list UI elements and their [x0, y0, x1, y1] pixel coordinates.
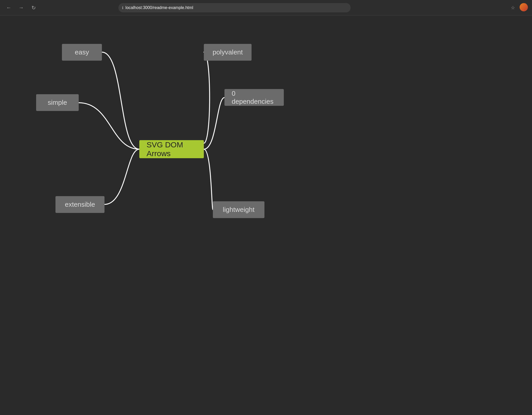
address-bar[interactable]: ℹ localhost:3000/readme-example.html — [118, 3, 351, 12]
security-icon: ℹ — [122, 6, 123, 10]
url-prefix: localhost: — [125, 5, 143, 10]
browser-actions: ☆ — [508, 3, 528, 12]
node-easy-label: easy — [75, 48, 89, 56]
node-extensible[interactable]: extensible — [55, 196, 104, 213]
url-path: 3000/readme-example.html — [143, 5, 193, 10]
node-lightweight-label: lightweight — [223, 206, 255, 214]
node-simple[interactable]: simple — [36, 94, 79, 111]
node-0deps-label: 0 dependencies — [232, 90, 277, 106]
node-simple-label: simple — [48, 99, 67, 107]
node-polyvalent-label: polyvalent — [213, 48, 243, 56]
arrows-svg — [0, 15, 532, 415]
center-node-label: SVG DOM Arrows — [147, 140, 197, 158]
node-lightweight[interactable]: lightweight — [213, 201, 264, 218]
center-node[interactable]: SVG DOM Arrows — [139, 140, 204, 158]
profile-avatar[interactable] — [520, 3, 528, 11]
node-easy[interactable]: easy — [62, 44, 102, 61]
browser-chrome: ← → ↻ ℹ localhost:3000/readme-example.ht… — [0, 0, 532, 15]
forward-button[interactable]: → — [17, 3, 26, 12]
content-area: SVG DOM Arrows easy simple extensible po… — [0, 15, 532, 415]
bookmark-icon[interactable]: ☆ — [508, 3, 518, 12]
node-0deps[interactable]: 0 dependencies — [224, 89, 284, 106]
back-button[interactable]: ← — [4, 3, 13, 12]
node-extensible-label: extensible — [65, 201, 95, 209]
node-polyvalent[interactable]: polyvalent — [204, 44, 252, 61]
reload-button[interactable]: ↻ — [29, 3, 38, 12]
url-text: localhost:3000/readme-example.html — [125, 5, 193, 10]
